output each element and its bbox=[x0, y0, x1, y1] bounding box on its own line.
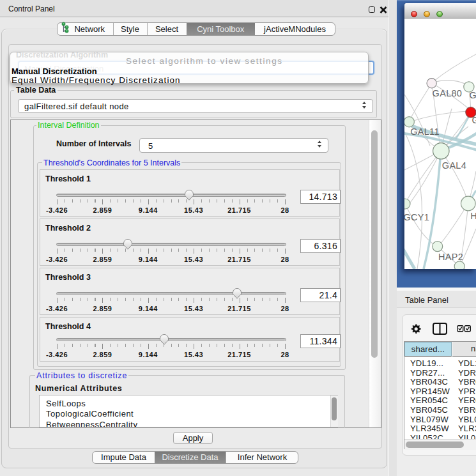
svg-text:H: H bbox=[470, 211, 476, 221]
svg-text:GAL80: GAL80 bbox=[433, 88, 463, 98]
svg-text:GA: GA bbox=[469, 90, 476, 100]
svg-text:GAL11: GAL11 bbox=[410, 127, 440, 137]
svg-text:GCY1: GCY1 bbox=[404, 212, 429, 222]
svg-text:G: G bbox=[472, 115, 476, 125]
svg-text:GAL4: GAL4 bbox=[442, 160, 466, 171]
svg-text:HAP2: HAP2 bbox=[438, 252, 463, 262]
